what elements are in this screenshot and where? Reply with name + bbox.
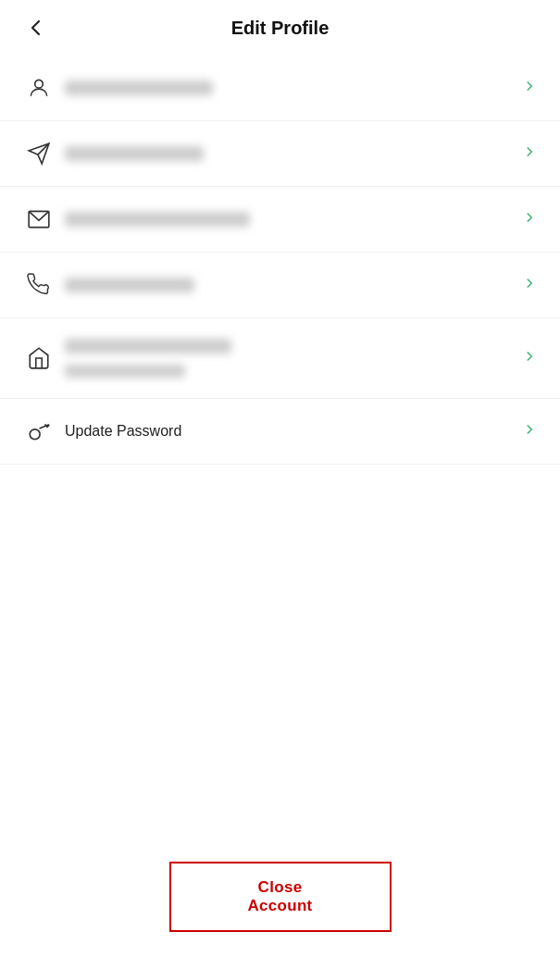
username-value [65, 146, 204, 161]
phone-chevron [521, 275, 538, 296]
address-content [56, 339, 521, 378]
name-content [56, 81, 521, 95]
page-title: Edit Profile [19, 18, 541, 39]
close-account-container: Close Account [0, 862, 560, 932]
page-wrapper: Edit Profile [0, 0, 560, 969]
address-line1 [65, 339, 231, 354]
menu-item-name[interactable] [0, 56, 560, 121]
name-chevron [521, 78, 538, 99]
address-line2 [65, 365, 185, 378]
email-chevron [521, 209, 538, 230]
username-content [56, 146, 521, 161]
svg-point-4 [30, 429, 40, 440]
phone-content [56, 278, 521, 292]
password-label: Update Password [65, 423, 181, 439]
email-value [65, 212, 250, 227]
close-account-button[interactable]: Close Account [169, 862, 392, 932]
phone-value [65, 278, 194, 292]
menu-item-phone[interactable] [0, 253, 560, 318]
password-chevron [521, 421, 538, 442]
person-icon [22, 76, 56, 100]
send-icon [22, 142, 56, 166]
back-button[interactable] [19, 14, 54, 42]
menu-item-address[interactable] [0, 318, 560, 399]
mail-icon [22, 207, 56, 231]
svg-point-0 [35, 80, 44, 88]
header: Edit Profile [0, 0, 560, 56]
menu-list: Update Password [0, 56, 560, 465]
menu-item-username[interactable] [0, 121, 560, 187]
menu-item-email[interactable] [0, 187, 560, 253]
menu-item-password[interactable]: Update Password [0, 399, 560, 465]
name-value [65, 81, 213, 95]
username-chevron [521, 143, 538, 165]
home-icon [22, 346, 56, 370]
email-content [56, 212, 521, 227]
phone-icon [22, 273, 56, 297]
key-icon [22, 419, 56, 443]
password-content: Update Password [56, 423, 521, 440]
address-chevron [521, 348, 538, 369]
